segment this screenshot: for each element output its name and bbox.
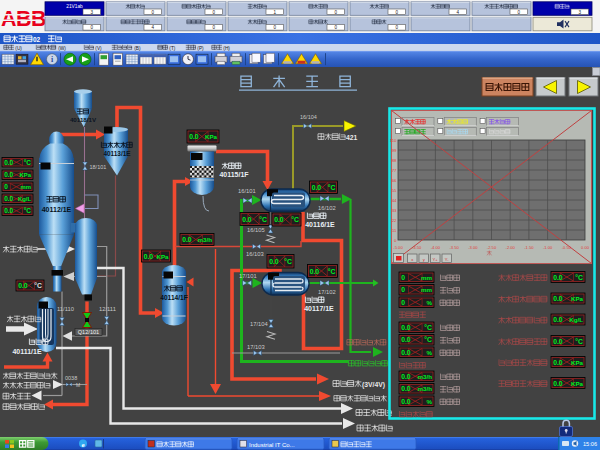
svg-text:°C: °C — [24, 207, 32, 214]
svg-text:0.0: 0.0 — [4, 171, 13, 178]
svg-text:0.0: 0.0 — [4, 195, 13, 202]
svg-text:0.0: 0.0 — [553, 316, 563, 323]
svg-text:(P): (P) — [197, 46, 204, 51]
svg-text:17/102: 17/102 — [318, 289, 336, 295]
svg-text:15:06: 15:06 — [583, 441, 597, 447]
svg-text:°C: °C — [575, 338, 583, 345]
svg-text:0: 0 — [395, 25, 398, 30]
svg-text:0.0: 0.0 — [189, 133, 199, 140]
svg-text:0.0: 0.0 — [4, 207, 13, 214]
svg-text:0.0: 0.0 — [182, 236, 192, 243]
svg-text:°C: °C — [424, 336, 432, 343]
svg-text:°C: °C — [259, 216, 267, 223]
svg-text:m3/h: m3/h — [418, 385, 433, 392]
svg-text:0.0: 0.0 — [401, 336, 411, 343]
svg-text:0038: 0038 — [65, 375, 77, 381]
svg-text:0: 0 — [401, 274, 405, 281]
svg-text:ABB: ABB — [1, 7, 46, 31]
svg-text:0: 0 — [401, 299, 405, 306]
svg-text:0.00: 0.00 — [581, 245, 590, 250]
svg-text:%: % — [426, 349, 432, 356]
svg-text:40111/1E: 40111/1E — [12, 348, 42, 355]
svg-text:40114/1F: 40114/1F — [160, 294, 188, 301]
svg-text:(3V/4V): (3V/4V) — [362, 381, 385, 389]
svg-text:Kg/L: Kg/L — [18, 196, 31, 202]
svg-text:Industrial IT Co...: Industrial IT Co... — [249, 442, 295, 448]
svg-text:33: 33 — [392, 208, 397, 213]
svg-text:0.0: 0.0 — [310, 268, 320, 275]
svg-text:0.0: 0.0 — [312, 184, 322, 191]
svg-text:Y+: Y+ — [433, 257, 439, 262]
svg-text:(W): (W) — [58, 46, 66, 51]
svg-text:66: 66 — [392, 178, 397, 183]
svg-text:-4.00: -4.00 — [431, 245, 441, 250]
svg-text:0.0: 0.0 — [553, 274, 563, 281]
svg-text:99: 99 — [392, 148, 397, 153]
svg-text:m3/h: m3/h — [418, 373, 433, 380]
svg-text:KPa: KPa — [20, 172, 32, 178]
svg-text:0.0: 0.0 — [401, 373, 411, 380]
svg-text:0: 0 — [401, 286, 405, 293]
svg-text:(U): (U) — [15, 46, 22, 51]
svg-text:0.0: 0.0 — [144, 253, 154, 260]
svg-text:44: 44 — [392, 198, 397, 203]
svg-text:Kg/L: Kg/L — [569, 316, 583, 323]
svg-text:421: 421 — [346, 134, 358, 141]
svg-text:12/111: 12/111 — [99, 306, 116, 312]
svg-text:-2.00: -2.00 — [506, 245, 516, 250]
svg-text:KPa: KPa — [156, 253, 169, 260]
svg-text:°C: °C — [291, 216, 299, 223]
svg-text:16/103: 16/103 — [246, 251, 264, 257]
svg-text:0: 0 — [90, 25, 93, 30]
svg-text:17/103: 17/103 — [247, 344, 265, 350]
svg-text:0.0: 0.0 — [401, 324, 411, 331]
svg-text:m3/h: m3/h — [198, 236, 213, 243]
svg-text:40112/1E: 40112/1E — [42, 206, 72, 213]
svg-text:4: 4 — [456, 10, 459, 15]
svg-text:0.0: 0.0 — [401, 398, 411, 405]
svg-text:(T): (T) — [169, 46, 176, 51]
svg-text:0.0: 0.0 — [401, 385, 411, 392]
svg-text:40116/1E: 40116/1E — [305, 221, 335, 228]
svg-text:11: 11 — [392, 228, 397, 233]
svg-text:°C: °C — [34, 282, 42, 289]
svg-text:0: 0 — [334, 10, 337, 15]
svg-text:0.0: 0.0 — [553, 295, 563, 302]
svg-text:40113/1E: 40113/1E — [103, 150, 131, 157]
svg-text:-1.50: -1.50 — [524, 245, 534, 250]
svg-text:16/105: 16/105 — [247, 227, 265, 233]
svg-text:4: 4 — [151, 25, 154, 30]
svg-text:°C: °C — [424, 324, 432, 331]
svg-text:0: 0 — [4, 183, 8, 190]
svg-text:KPa: KPa — [205, 133, 218, 140]
svg-text:Q12/101: Q12/101 — [78, 329, 99, 335]
svg-text:55: 55 — [392, 188, 397, 193]
svg-text:°C: °C — [328, 184, 336, 191]
svg-text:11/110: 11/110 — [57, 306, 74, 312]
svg-text:0.0: 0.0 — [553, 380, 563, 387]
svg-text:3: 3 — [578, 10, 581, 15]
svg-text:(H): (H) — [223, 46, 230, 51]
svg-text:(B): (B) — [134, 46, 141, 51]
svg-text:17/101: 17/101 — [239, 273, 257, 279]
svg-text:e: e — [81, 441, 84, 449]
svg-text:0.0: 0.0 — [553, 338, 563, 345]
svg-text:%: % — [426, 299, 432, 306]
svg-text:KPa: KPa — [571, 295, 584, 302]
svg-text:KPa: KPa — [571, 359, 584, 366]
svg-text:KPa: KPa — [571, 380, 584, 387]
svg-text:mm: mm — [421, 286, 433, 293]
svg-text:-5.00: -5.00 — [393, 245, 403, 250]
svg-text:88: 88 — [392, 158, 397, 163]
svg-text:0: 0 — [151, 10, 154, 15]
svg-text:40117/1E: 40117/1E — [304, 305, 334, 312]
svg-text:02: 02 — [33, 36, 41, 43]
svg-text:0.0: 0.0 — [401, 349, 411, 356]
svg-text:M: M — [76, 382, 80, 388]
svg-text:16/101: 16/101 — [238, 188, 256, 194]
svg-text:0: 0 — [212, 25, 215, 30]
svg-text:0: 0 — [334, 25, 337, 30]
svg-text:-3.50: -3.50 — [449, 245, 459, 250]
svg-text:0.0: 0.0 — [4, 159, 13, 166]
svg-text:(V): (V) — [95, 46, 102, 51]
